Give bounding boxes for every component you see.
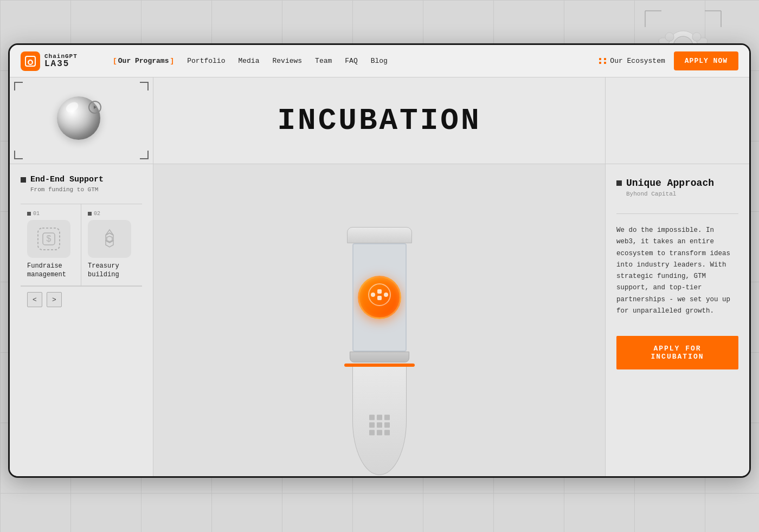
product-3d-visual <box>320 227 439 476</box>
incubation-title: INCUBATION <box>277 106 481 136</box>
card-label-2: Treasury building <box>88 262 136 279</box>
section-title: End-End Support <box>30 175 104 184</box>
svg-marker-20 <box>94 106 97 109</box>
svg-point-19 <box>31 61 33 62</box>
next-arrow[interactable]: > <box>47 292 62 307</box>
circle-play-icon[interactable] <box>88 101 101 114</box>
nav-team[interactable]: Team <box>315 57 332 65</box>
svg-point-15 <box>692 33 701 41</box>
main-content: INCUBATION End-End Support From funding … <box>10 77 749 476</box>
browser-window: ChainGPT LA35 Our Programs Portfolio Med… <box>8 43 751 478</box>
nav-links: Our Programs Portfolio Media Reviews Tea… <box>113 57 583 65</box>
apply-incubation-button[interactable]: APPLY FOR INCUBATION <box>616 336 738 369</box>
bullet-icon <box>21 177 26 183</box>
logo-area: ChainGPT LA35 <box>21 51 97 71</box>
sphere-container <box>57 96 106 145</box>
right-top-panel <box>606 77 749 164</box>
corner-tr <box>140 82 149 90</box>
fundraise-icon-box: $ <box>27 220 70 258</box>
logo-icon <box>21 51 40 71</box>
svg-point-29 <box>371 293 375 297</box>
logo-labs-text: LA35 <box>44 60 78 69</box>
bullet-icon-right <box>616 180 622 186</box>
svg-rect-31 <box>377 289 382 294</box>
section-subtitle: From funding to GTM <box>30 186 142 193</box>
card-number-1: 01 <box>27 211 74 217</box>
capsule-lower <box>352 367 407 475</box>
svg-point-30 <box>384 293 388 297</box>
nav-reviews[interactable]: Reviews <box>272 57 302 65</box>
center-product-visual <box>153 164 606 476</box>
corner-br <box>140 151 149 159</box>
card-number-2: 02 <box>88 211 136 217</box>
card-treasury: 02 Treasury building <box>81 204 142 286</box>
apply-now-button[interactable]: APPLY NOW <box>674 51 738 70</box>
nav-faq[interactable]: FAQ <box>345 57 357 65</box>
svg-text:$: $ <box>47 234 52 243</box>
ecosystem-dots-icon <box>599 58 607 64</box>
nav-portfolio[interactable]: Portfolio <box>187 57 225 65</box>
left-top-panel <box>10 77 153 164</box>
coin-inside <box>358 276 401 319</box>
card-label-1: Fundraise management <box>27 262 74 279</box>
unique-approach-header: Unique Approach <box>616 178 738 189</box>
prev-arrow[interactable]: < <box>27 292 42 307</box>
right-bottom-panel: Unique Approach Byhond Capital We do the… <box>606 164 749 476</box>
svg-point-18 <box>28 61 29 62</box>
capsule-top <box>347 227 412 243</box>
coin-logo-icon <box>368 283 391 312</box>
nav-media[interactable]: Media <box>238 57 259 65</box>
card-navigation: < > <box>21 286 142 313</box>
navbar: ChainGPT LA35 Our Programs Portfolio Med… <box>10 45 749 77</box>
grid-pattern <box>369 414 390 435</box>
capsule-tube <box>352 243 407 352</box>
ecosystem-label: Our Ecosystem <box>610 57 665 65</box>
nav-blog[interactable]: Blog <box>371 57 388 65</box>
svg-point-17 <box>28 60 33 64</box>
nav-right: Our Ecosystem APPLY NOW <box>599 51 738 70</box>
cards-grid: 01 $ Fundraise management 02 <box>21 204 142 286</box>
svg-point-14 <box>665 33 674 41</box>
corner-tl <box>14 82 23 90</box>
ecosystem-link[interactable]: Our Ecosystem <box>599 57 665 65</box>
nav-our-programs[interactable]: Our Programs <box>113 57 174 65</box>
capsule-base <box>350 352 409 362</box>
corner-bl <box>14 151 23 159</box>
treasury-icon-box <box>88 220 131 258</box>
svg-rect-32 <box>377 296 382 300</box>
center-top-panel: INCUBATION <box>153 77 606 164</box>
unique-approach-title: Unique Approach <box>626 178 714 189</box>
card-fundraise: 01 $ Fundraise management <box>21 204 81 286</box>
section-header: End-End Support <box>21 175 142 184</box>
svg-marker-26 <box>107 236 112 242</box>
description-text: We do the impossible. In web3, it takes … <box>616 213 738 317</box>
logo-chain-text: ChainGPT <box>44 53 78 60</box>
left-bottom-panel: End-End Support From funding to GTM 01 $ <box>10 164 153 476</box>
logo-text: ChainGPT LA35 <box>44 53 78 69</box>
byhond-capital-text: Byhond Capital <box>626 191 738 197</box>
